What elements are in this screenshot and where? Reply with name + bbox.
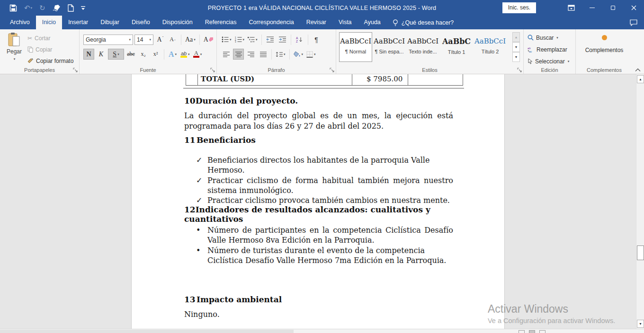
scrollbar-thumb[interactable] <box>637 245 644 260</box>
list-item[interactable]: • Número de turistas durante el evento d… <box>196 245 453 266</box>
group-label-portapapeles: Portapapeles <box>0 67 79 73</box>
dialog-launcher-icon[interactable] <box>330 68 334 72</box>
align-right-button[interactable] <box>245 49 256 60</box>
align-left-button[interactable] <box>221 49 232 60</box>
format-painter-button[interactable]: Copiar formato <box>27 56 73 66</box>
font-color-button[interactable]: A ▾ <box>192 49 203 60</box>
tab-revisar[interactable]: Revisar <box>300 16 332 29</box>
decrease-indent-button[interactable] <box>265 34 276 45</box>
document-page[interactable]: TOTAL (USD) $ 7985.00 10Duración del pro… <box>131 74 505 329</box>
line-spacing-button[interactable]: ▾ <box>275 49 286 60</box>
table-cell-total-value[interactable]: $ 7985.00 <box>352 74 408 86</box>
numbered-list-button[interactable]: 123▾ <box>234 34 246 45</box>
heading-duracion[interactable]: 10Duración del proyecto. <box>184 96 454 105</box>
tab-correspondencia[interactable]: Correspondencia <box>242 16 300 29</box>
align-center-button[interactable] <box>233 49 244 60</box>
list-item[interactable]: ✓ Beneficiarios directos los habitantes … <box>196 155 453 175</box>
underline-button[interactable]: S▾ <box>108 49 124 60</box>
increase-indent-button[interactable] <box>277 34 288 45</box>
styles-scroll-up-icon[interactable]: ▲ <box>512 32 520 42</box>
bullet-list-button[interactable]: ▾ <box>221 34 233 45</box>
customize-qat-icon[interactable] <box>81 6 85 10</box>
ink-eraser-icon[interactable] <box>53 4 61 11</box>
table-cell-total-label[interactable]: TOTAL (USD) <box>197 74 352 86</box>
shrink-font-button[interactable]: Aˇ <box>167 34 178 45</box>
grow-font-button[interactable]: Aˆ <box>155 34 166 45</box>
multilevel-list-button[interactable]: ▾ <box>247 34 259 45</box>
minimize-button[interactable] <box>581 0 602 16</box>
collapse-ribbon-icon[interactable] <box>635 68 641 72</box>
tab-dibujar[interactable]: Dibujar <box>94 16 125 29</box>
dialog-launcher-icon[interactable] <box>73 68 78 72</box>
close-button[interactable] <box>623 0 644 16</box>
borders-button[interactable]: ▾ <box>305 49 317 60</box>
tab-archivo[interactable]: Archivo <box>4 16 36 29</box>
clear-formatting-button[interactable]: A <box>203 34 214 45</box>
addins-button[interactable]: Complementos <box>576 35 633 53</box>
bold-button[interactable]: N <box>83 49 94 60</box>
feedback-comment-icon[interactable] <box>630 16 637 29</box>
read-mode-button[interactable] <box>519 330 525 333</box>
paragraph-impacto[interactable]: Ninguno. <box>184 309 453 320</box>
sign-in-button[interactable]: Inic. ses. <box>502 2 536 13</box>
highlight-color-button[interactable]: ab ▾ <box>179 49 191 60</box>
style-texto-independiente[interactable]: AaBbCcI Texto inde... <box>406 32 439 62</box>
bullets-indicadores[interactable]: • Número de participantes en la competen… <box>196 225 453 265</box>
style-sin-espaciado[interactable]: AaBbCcI ¶ Sin espa... <box>373 32 406 62</box>
ribbon-display-options-icon[interactable] <box>561 0 581 16</box>
dialog-launcher-icon[interactable] <box>517 68 522 72</box>
paste-button[interactable]: Pegar ▾ <box>3 32 25 68</box>
ribbon-home: Pegar ▾ ✂ Cortar Copiar Copiar formato P… <box>0 29 644 74</box>
web-layout-button[interactable] <box>539 330 546 333</box>
table-cell-empty[interactable] <box>186 74 197 86</box>
text-effects-button[interactable]: A▾ <box>167 49 178 60</box>
tell-me-box[interactable]: ¿Qué desea hacer? <box>387 16 460 29</box>
styles-gallery-more-icon[interactable]: ▼ <box>512 52 520 62</box>
paragraph-duracion[interactable]: La duración del proyecto global es de un… <box>184 111 453 131</box>
styles-scroll-down-icon[interactable]: ▼ <box>512 42 520 52</box>
checklist-beneficiarios[interactable]: ✓ Beneficiarios directos los habitantes … <box>196 155 453 205</box>
budget-table-row[interactable]: TOTAL (USD) $ 7985.00 <box>186 74 463 86</box>
shading-button[interactable]: ▾ <box>293 49 304 60</box>
new-document-icon[interactable] <box>68 4 74 12</box>
table-cell-empty[interactable] <box>408 74 463 86</box>
heading-impacto[interactable]: 13Impacto ambiental <box>184 295 454 304</box>
select-button[interactable]: Seleccionar▾ <box>528 56 569 66</box>
justify-button[interactable] <box>258 49 268 60</box>
heading-beneficiarios[interactable]: 11Beneficiarios <box>184 135 454 145</box>
dialog-launcher-icon[interactable] <box>210 68 215 72</box>
show-paragraph-marks-button[interactable]: ¶ <box>311 34 322 45</box>
tab-insertar[interactable]: Insertar <box>62 16 94 29</box>
vertical-scrollbar[interactable]: ▲ ▼ <box>636 74 644 329</box>
restore-button[interactable] <box>602 0 623 16</box>
tab-vista[interactable]: Vista <box>332 16 358 29</box>
save-icon[interactable] <box>9 4 17 12</box>
tab-diseno[interactable]: Diseño <box>125 16 156 29</box>
subscript-button[interactable]: x₂ <box>138 49 149 60</box>
scroll-down-icon[interactable]: ▼ <box>637 320 644 328</box>
style-titulo-2[interactable]: AaBbCcI Título 2 <box>474 32 507 62</box>
superscript-button[interactable]: x² <box>150 49 161 60</box>
heading-indicadores[interactable]: 12Indicadores de resultados alcanzados: … <box>184 205 454 224</box>
list-item[interactable]: ✓ Practicar ciclismo provoca también cam… <box>196 195 453 205</box>
font-name-combo[interactable]: Georgia▾ <box>83 35 133 45</box>
strikethrough-button[interactable]: abc <box>125 49 136 60</box>
list-item[interactable]: ✓ Practicar ciclismo de forma habitual t… <box>196 175 453 196</box>
list-item[interactable]: • Número de participantes en la competen… <box>196 225 453 245</box>
replace-button[interactable]: abac Reemplazar <box>528 44 569 54</box>
tab-disposicion[interactable]: Disposición <box>156 16 199 29</box>
style-normal[interactable]: AaBbCcI ¶ Normal <box>339 32 372 62</box>
find-button[interactable]: Buscar▾ <box>528 33 569 43</box>
scroll-up-icon[interactable]: ▲ <box>637 75 644 83</box>
style-titulo-1[interactable]: AaBbC Título 1 <box>440 32 473 62</box>
tab-ayuda[interactable]: Ayuda <box>358 16 387 29</box>
change-case-button[interactable]: Aa▾ <box>184 34 197 45</box>
print-layout-button[interactable] <box>529 330 535 333</box>
horizontal-scrollbar-thumb[interactable] <box>0 330 294 333</box>
tab-inicio[interactable]: Inicio <box>36 16 62 29</box>
italic-button[interactable]: K <box>96 49 107 60</box>
font-size-combo[interactable]: 14▾ <box>134 35 153 45</box>
paste-dropdown-icon[interactable]: ▾ <box>14 57 16 61</box>
sort-button[interactable]: AZ <box>294 34 305 45</box>
tab-referencias[interactable]: Referencias <box>199 16 243 29</box>
